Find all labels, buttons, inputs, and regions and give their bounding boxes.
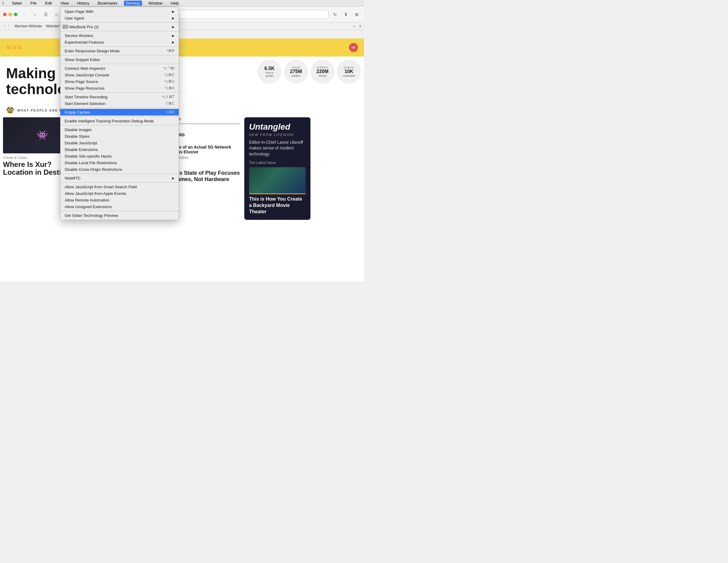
menu-disable-styles[interactable]: Disable Styles bbox=[60, 133, 179, 140]
menu-open-page-with[interactable]: Open Page With ▶ bbox=[60, 8, 179, 15]
menu-webrtc[interactable]: WebRTC ▶ bbox=[60, 175, 179, 181]
shortcut-inspector: ⌥⌃⌘I bbox=[163, 66, 174, 70]
separator-6 bbox=[60, 92, 179, 93]
submenu-arrow-icon: ▶ bbox=[172, 41, 174, 44]
menu-responsive-design[interactable]: Enter Responsive Design Mode ^⌘R bbox=[60, 48, 179, 54]
submenu-arrow-icon: ▶ bbox=[172, 10, 174, 13]
menu-web-inspector[interactable]: Connect Web Inspector ⌥⌃⌘I bbox=[60, 65, 179, 72]
menu-js-console[interactable]: Show JavaScript Console ⌥⌘C bbox=[60, 72, 179, 78]
menu-allow-unsigned-ext[interactable]: Allow Unsigned Extensions bbox=[60, 203, 179, 210]
menubar-bookmarks[interactable]: Bookmarks bbox=[96, 1, 119, 6]
menubar-help[interactable]: Help bbox=[169, 1, 181, 6]
menu-macbook-pro[interactable]: MacBook Pro (2) ▶ bbox=[60, 23, 179, 30]
macbook-icon bbox=[62, 25, 68, 29]
menubar-develop[interactable]: Develop bbox=[124, 1, 142, 6]
menubar-file[interactable]: File bbox=[29, 1, 39, 6]
menu-disable-images[interactable]: Disable Images bbox=[60, 126, 179, 133]
menu-disable-extensions[interactable]: Disable Extensions bbox=[60, 146, 179, 153]
submenu-arrow-icon: ▶ bbox=[172, 17, 174, 20]
separator-3 bbox=[60, 46, 179, 47]
menu-allow-js-smart[interactable]: Allow JavaScript from Smart Search Field bbox=[60, 183, 179, 190]
separator-4 bbox=[60, 55, 179, 55]
separator-1 bbox=[60, 22, 179, 23]
menu-tracking-prevention[interactable]: Enable Intelligent Tracking Prevention D… bbox=[60, 118, 179, 124]
submenu-arrow-icon: ▶ bbox=[172, 34, 174, 37]
menu-page-source[interactable]: Show Page Source ⌥⌘U bbox=[60, 78, 179, 85]
menu-page-resources[interactable]: Show Page Resources ⌥⌘A bbox=[60, 85, 179, 91]
separator-9 bbox=[60, 125, 179, 125]
develop-dropdown-menu: Open Page With ▶ User Agent ▶ MacBook Pr… bbox=[60, 7, 179, 220]
apple-logo-icon[interactable]:  bbox=[2, 1, 4, 6]
menubar-window[interactable]: Window bbox=[147, 1, 164, 6]
shortcut-pageresources: ⌥⌘A bbox=[164, 86, 174, 90]
menu-disable-local-file[interactable]: Disable Local File Restrictions bbox=[60, 159, 179, 166]
menu-disable-cross-origin[interactable]: Disable Cross-Origin Restrictions bbox=[60, 166, 179, 173]
shortcut-pagesource: ⌥⌘U bbox=[164, 79, 174, 84]
menu-snippet-editor[interactable]: Show Snippet Editor bbox=[60, 56, 179, 63]
submenu-arrow-icon: ▶ bbox=[172, 25, 174, 29]
separator-7 bbox=[60, 108, 179, 108]
separator-11 bbox=[60, 182, 179, 183]
separator-2 bbox=[60, 31, 179, 31]
separator-5 bbox=[60, 64, 179, 64]
shortcut-timeline: ⌥⇧⌘T bbox=[162, 95, 174, 99]
menubar-edit[interactable]: Edit bbox=[43, 1, 54, 6]
menubar-history[interactable]: History bbox=[75, 1, 91, 6]
menu-disable-javascript[interactable]: Disable JavaScript bbox=[60, 140, 179, 146]
menu-service-workers[interactable]: Service Workers ▶ bbox=[60, 32, 179, 39]
menu-empty-caches[interactable]: Empty Caches ⌥⌘E bbox=[60, 109, 179, 115]
menu-element-selection[interactable]: Start Element Selection ⇧⌘C bbox=[60, 100, 179, 107]
separator-12 bbox=[60, 211, 179, 211]
menubar-safari[interactable]: Safari bbox=[10, 1, 24, 6]
webrtc-submenu-arrow-icon: ▶ bbox=[172, 177, 174, 180]
menubar:  Safari File Edit View History Bookmark… bbox=[0, 0, 364, 7]
menu-experimental-features[interactable]: Experimental Features ▶ bbox=[60, 39, 179, 45]
menu-timeline-recording[interactable]: Start Timeline Recording ⌥⇧⌘T bbox=[60, 94, 179, 100]
menu-allow-js-apple[interactable]: Allow JavaScript from Apple Events bbox=[60, 190, 179, 197]
shortcut-emptycaches: ⌥⌘E bbox=[164, 110, 174, 114]
menu-safari-preview[interactable]: Get Safari Technology Preview bbox=[60, 212, 179, 219]
separator-8 bbox=[60, 116, 179, 117]
shortcut-elementsel: ⇧⌘C bbox=[165, 101, 174, 106]
menu-disable-site-hacks[interactable]: Disable Site-specific Hacks bbox=[60, 153, 179, 159]
shortcut-responsive: ^⌘R bbox=[167, 49, 174, 53]
shortcut-jsconsole: ⌥⌘C bbox=[164, 73, 174, 77]
menu-user-agent[interactable]: User Agent ▶ bbox=[60, 15, 179, 21]
menu-allow-remote-automation[interactable]: Allow Remote Automation bbox=[60, 197, 179, 203]
menubar-view[interactable]: View bbox=[58, 1, 70, 6]
dropdown-overlay: Open Page With ▶ User Agent ▶ MacBook Pr… bbox=[0, 7, 364, 281]
